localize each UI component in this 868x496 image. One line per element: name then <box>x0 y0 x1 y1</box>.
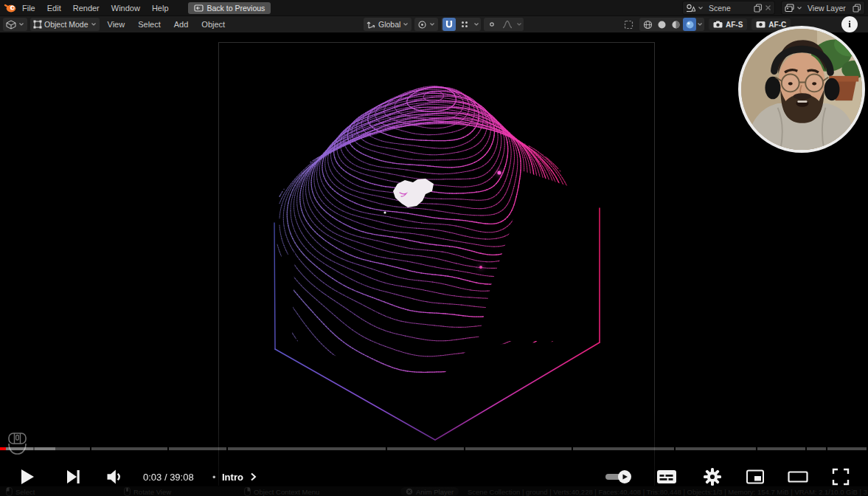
fullscreen-icon <box>830 466 852 488</box>
chevron-down-icon <box>698 6 704 10</box>
chapter-segment[interactable] <box>757 447 805 450</box>
falloff-curve-icon <box>502 20 513 29</box>
buffered-bar <box>0 447 55 450</box>
subtitles-button[interactable] <box>652 462 681 492</box>
back-arrow-icon <box>194 4 204 12</box>
chevron-down-icon[interactable] <box>516 22 522 27</box>
editor-type-selector[interactable] <box>3 18 27 31</box>
viewport-editor-icon <box>6 20 16 30</box>
chapter-segment[interactable] <box>387 447 464 450</box>
scene-name: Scene <box>706 4 751 13</box>
pivot-icon <box>417 20 427 30</box>
menu-add[interactable]: Add <box>169 20 194 29</box>
video-info-icon[interactable]: i <box>841 16 858 32</box>
play-button[interactable] <box>12 462 41 492</box>
blender-topbar: File Edit Render Window Help Back to Pre… <box>0 0 868 16</box>
menu-edit[interactable]: Edit <box>41 4 67 13</box>
proportional-falloff-selector[interactable] <box>501 18 514 31</box>
blender-logo-icon[interactable] <box>3 1 16 15</box>
material-sphere-icon <box>671 20 681 30</box>
shading-solid-button[interactable] <box>655 18 668 31</box>
chapter-title[interactable]: Intro <box>222 472 243 483</box>
chevron-down-icon <box>18 22 24 27</box>
status-context-menu-label: Object Context Menu <box>254 488 319 496</box>
new-view-layer-icon[interactable] <box>853 4 861 13</box>
presenter-avatar <box>741 29 862 150</box>
camera-icon <box>756 21 765 28</box>
chapter-segment[interactable] <box>465 447 572 450</box>
next-icon <box>59 464 86 490</box>
status-rotate-label: Rotate View <box>133 488 171 496</box>
miniplayer-button[interactable] <box>740 462 770 492</box>
xray-icon <box>624 20 633 30</box>
view-layer-name: View Layer <box>805 4 850 13</box>
mode-selector[interactable]: Object Mode <box>30 18 100 31</box>
settings-button[interactable] <box>698 462 727 492</box>
transform-orientation-selector[interactable]: Global <box>364 18 412 31</box>
pivot-point-selector[interactable] <box>414 18 438 31</box>
menu-help[interactable]: Help <box>146 4 175 13</box>
shading-material-button[interactable] <box>669 18 682 31</box>
next-button[interactable] <box>58 462 87 492</box>
scene-selector[interactable]: Scene <box>682 1 775 15</box>
snap-with-selector[interactable] <box>458 18 471 31</box>
back-to-previous-button[interactable]: Back to Previous <box>188 2 271 14</box>
camera-icon <box>713 21 723 28</box>
autoplay-toggle[interactable] <box>599 462 637 492</box>
proportional-editing-toggle[interactable] <box>485 18 499 31</box>
snap-toggle[interactable] <box>442 18 456 31</box>
orientation-axes-icon <box>367 20 376 29</box>
shading-wireframe-button[interactable] <box>641 18 654 31</box>
chapter-segment[interactable] <box>573 447 674 450</box>
close-icon[interactable] <box>765 4 771 11</box>
af-s-badge: AF-S <box>709 18 747 30</box>
chapter-segment[interactable] <box>228 447 386 450</box>
solid-sphere-icon <box>657 20 667 30</box>
shading-rendered-button[interactable] <box>683 18 696 31</box>
miniplayer-icon <box>744 466 766 488</box>
menu-view[interactable]: View <box>103 20 131 29</box>
fullscreen-button[interactable] <box>826 462 855 492</box>
screencast-mouse-icon <box>3 431 31 459</box>
rendered-sphere-icon <box>685 20 695 30</box>
progress-bar[interactable] <box>0 447 868 451</box>
chevron-down-icon[interactable] <box>473 22 479 27</box>
chapter-segment[interactable] <box>91 447 167 450</box>
viewport-shading-group <box>639 18 704 31</box>
magnet-icon <box>445 20 454 29</box>
menu-window[interactable]: Window <box>105 4 146 13</box>
chapter-expand-button[interactable] <box>243 462 263 492</box>
webcam-overlay <box>738 26 865 153</box>
menu-file[interactable]: File <box>16 4 41 13</box>
play-icon <box>13 464 40 490</box>
chapter-segment[interactable] <box>676 447 756 450</box>
gear-icon <box>701 466 723 488</box>
mode-label: Object Mode <box>44 20 88 29</box>
mute-button[interactable] <box>99 462 128 492</box>
anim-player-badge: Anim Player <box>400 487 459 496</box>
proportional-edit-group <box>484 18 524 31</box>
chevron-right-icon <box>249 472 257 481</box>
menu-select[interactable]: Select <box>133 20 166 29</box>
chevron-down-icon <box>796 6 802 10</box>
theater-mode-button[interactable] <box>783 462 813 492</box>
orientation-label: Global <box>378 20 400 29</box>
xray-toggle[interactable] <box>622 18 635 31</box>
subtitles-icon <box>656 466 678 488</box>
played-bar <box>0 447 6 450</box>
chapter-segment[interactable] <box>169 447 226 450</box>
chevron-down-icon[interactable] <box>697 22 703 27</box>
new-scene-icon[interactable] <box>754 4 763 13</box>
view-layer-icon <box>785 4 794 13</box>
menu-object[interactable]: Object <box>196 20 230 29</box>
chapter-segment[interactable] <box>827 447 867 450</box>
video-frame[interactable]: File Edit Render Window Help Back to Pre… <box>0 0 868 496</box>
terrain-contour-render <box>0 0 868 496</box>
wireframe-sphere-icon <box>643 20 653 30</box>
chapter-segment[interactable] <box>807 447 826 450</box>
view-layer-selector[interactable]: View Layer <box>781 1 865 15</box>
chevron-down-icon <box>429 22 435 27</box>
object-mode-icon <box>33 20 42 29</box>
menu-render[interactable]: Render <box>67 4 105 13</box>
time-display: 0:03 / 39:08 <box>143 472 194 483</box>
